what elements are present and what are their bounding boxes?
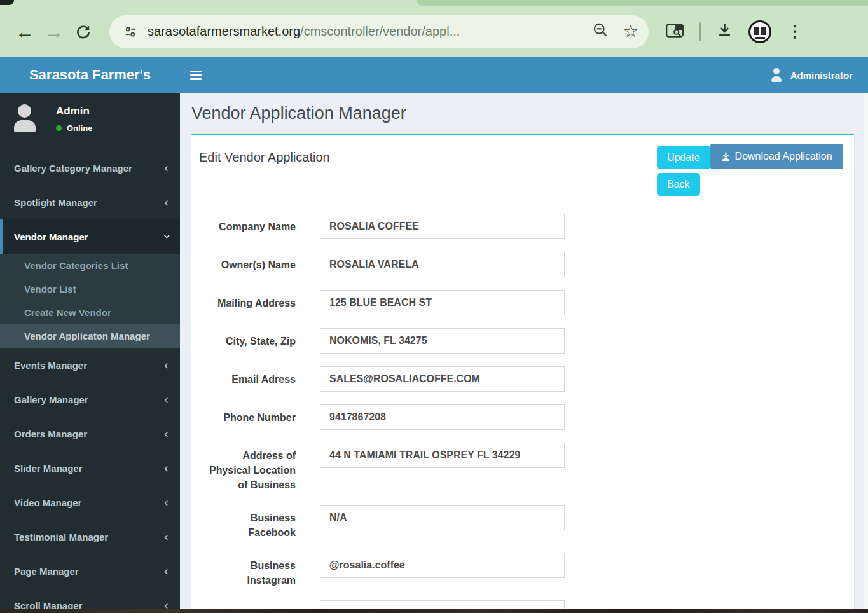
desktop-edge [0, 609, 868, 613]
chevron-down-icon: ‹ [159, 234, 173, 239]
online-status-dot [56, 125, 62, 131]
tune-icon [123, 25, 137, 39]
sidebar-item-page-manager[interactable]: Page Manager‹ [0, 554, 180, 588]
sidebar-item-slider-manager[interactable]: Slider Manager‹ [0, 451, 180, 485]
sidebar-item-events-manager[interactable]: Events Manager‹ [0, 348, 180, 382]
administrator-label: Administrator [790, 70, 853, 81]
sidebar-menu: Gallery Category Manager‹ Spotlight Mana… [0, 151, 180, 609]
main-content: Vendor Application Manager Edit Vendor A… [180, 93, 868, 609]
brand-logo[interactable]: Sarasota Farmer's [0, 57, 180, 93]
physical-location-input[interactable] [320, 443, 565, 468]
administrator-avatar-icon [769, 68, 784, 82]
user-panel: Admin Online [0, 93, 180, 146]
sidebar-item-scroll-manager[interactable]: Scroll Manager‹ [0, 588, 180, 609]
form-row: Email Adress [200, 366, 845, 392]
business-facebook-label: Business Facebook [200, 505, 296, 540]
zoom-out-indicator[interactable] [592, 22, 609, 41]
sidebar: Sarasota Farmer's Admin Online Gallery C… [0, 57, 180, 609]
edit-vendor-application-card: Edit Vendor Application Update Download … [191, 134, 854, 609]
chevron-left-icon: ‹ [163, 195, 169, 209]
card-title: Edit Vendor Application [199, 144, 330, 165]
chevron-left-icon: ‹ [163, 495, 169, 509]
mailing-address-label: Mailing Address [200, 290, 296, 310]
sidebar-subitem-vendor-applicaton-manager[interactable]: Vendor Applicaton Manager [0, 324, 180, 348]
form-row: Address of Physical Location of Business [200, 443, 845, 492]
user-avatar-icon [10, 104, 39, 133]
sidebar-item-spotlight-manager[interactable]: Spotlight Manager‹ [0, 185, 180, 219]
back-button-card[interactable]: Back [657, 173, 700, 196]
form-row: Business Instagram [200, 553, 845, 588]
address-bar[interactable]: sarasotafarmersmarket.org/cmscontroller/… [109, 15, 649, 48]
downloads-button[interactable] [716, 22, 733, 41]
form-row: City, State, Zip [200, 328, 845, 354]
url-text[interactable]: sarasotafarmersmarket.org/cmscontroller/… [148, 24, 586, 39]
browser-menu-button[interactable]: ⋮ [787, 22, 803, 41]
chevron-left-icon: ‹ [163, 358, 169, 372]
chevron-left-icon: ‹ [163, 461, 169, 475]
window-corner [0, 0, 14, 5]
chevron-left-icon: ‹ [163, 427, 169, 441]
owners-name-label: Owner(s) Name [200, 252, 296, 272]
zoom-out-icon [592, 22, 609, 39]
back-button[interactable]: ← [10, 17, 39, 46]
phone-number-label: Phone Number [200, 404, 296, 425]
chevron-left-icon: ‹ [163, 392, 169, 406]
card-header: Edit Vendor Application Update Download … [191, 135, 854, 203]
side-search-button[interactable] [665, 22, 684, 41]
navbar-user-menu[interactable]: Administrator [769, 68, 853, 82]
chevron-left-icon: ‹ [163, 530, 169, 544]
owners-name-input[interactable] [320, 252, 565, 277]
form-row [200, 600, 845, 609]
phone-number-input[interactable] [320, 404, 565, 430]
form-row: Owner(s) Name [200, 252, 845, 277]
online-status-label[interactable]: Online [67, 123, 92, 133]
chevron-left-icon: ‹ [163, 161, 169, 175]
sidebar-subitem-create-new-vendor[interactable]: Create New Vendor [0, 301, 180, 324]
city-state-zip-label: City, State, Zip [200, 328, 296, 348]
sidebar-item-vendor-manager[interactable]: Vendor Manager‹ [0, 219, 180, 254]
sidebar-item-gallery-manager[interactable]: Gallery Manager‹ [0, 382, 180, 417]
sidebar-toggle-button[interactable] [180, 57, 212, 93]
browser-toolbar: ← → sarasotafarmersmarket.org/cmscontrol… [0, 6, 868, 57]
sidebar-item-testimonial-manager[interactable]: Testimonial Manager‹ [0, 520, 180, 554]
email-address-input[interactable] [320, 366, 565, 392]
form-row: Business Facebook [200, 505, 845, 540]
user-name: Admin [56, 105, 92, 118]
next-field-input[interactable] [320, 600, 565, 609]
company-name-input[interactable] [320, 214, 565, 239]
update-button[interactable]: Update [657, 146, 710, 169]
form-row: Company Name [200, 214, 845, 239]
sidebar-subitem-vendor-categories-list[interactable]: Vendor Categories List [0, 254, 180, 277]
company-name-label: Company Name [200, 214, 296, 234]
reload-icon [75, 24, 92, 40]
hamburger-icon [190, 71, 202, 72]
form-row: Mailing Address [200, 290, 845, 315]
download-icon [721, 151, 731, 162]
site-settings-button[interactable] [118, 20, 142, 44]
side-search-icon [665, 22, 684, 39]
browser-chrome: ← → sarasotafarmersmarket.org/cmscontrol… [0, 0, 868, 57]
sidebar-item-gallery-category-manager[interactable]: Gallery Category Manager‹ [0, 151, 180, 185]
sidebar-subitem-vendor-list[interactable]: Vendor List [0, 277, 180, 301]
mailing-address-input[interactable] [320, 290, 565, 315]
bookmark-star-button[interactable]: ☆ [623, 23, 638, 40]
forward-button[interactable]: → [39, 17, 69, 46]
app-navbar: Administrator [180, 57, 868, 93]
sidebar-item-video-manager[interactable]: Video Manager‹ [0, 485, 180, 520]
business-facebook-input[interactable] [320, 505, 565, 530]
chevron-left-icon: ‹ [163, 598, 169, 609]
vendor-application-form: Company Name Owner(s) Name Mailing Addre… [191, 203, 854, 609]
sidebar-item-orders-manager[interactable]: Orders Manager‹ [0, 417, 180, 451]
form-row: Phone Number [200, 404, 845, 430]
next-field-label [200, 600, 296, 606]
url-host: sarasotafarmersmarket.org [148, 24, 300, 38]
browser-profile-avatar[interactable] [748, 20, 771, 43]
business-instagram-label: Business Instagram [200, 553, 296, 588]
reload-button[interactable] [69, 17, 98, 46]
page-scrollbar[interactable] [864, 93, 868, 609]
download-application-button[interactable]: Download Application [710, 144, 843, 169]
vendor-manager-submenu: Vendor Categories List Vendor List Creat… [0, 254, 180, 348]
city-state-zip-input[interactable] [320, 328, 565, 354]
business-instagram-input[interactable] [320, 553, 565, 578]
tab-strip [0, 0, 868, 6]
